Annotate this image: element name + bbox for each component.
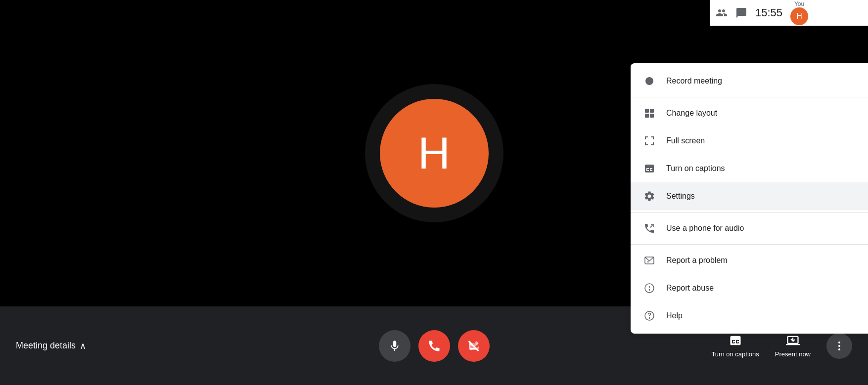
report-problem-label: Report a problem (666, 256, 728, 265)
record-icon (642, 74, 656, 88)
report-abuse-icon (642, 281, 656, 295)
bottom-center-controls (379, 330, 490, 362)
menu-item-full-screen[interactable]: Full screen (631, 127, 868, 155)
avatar-container: H (365, 84, 503, 222)
menu-item-turn-on-captions[interactable]: Turn on captions (631, 155, 868, 182)
full-screen-label: Full screen (666, 136, 705, 145)
report-problem-icon (642, 254, 656, 267)
user-you-container: You H (790, 0, 808, 25)
menu-item-help[interactable]: Help (631, 302, 868, 330)
divider-3 (631, 244, 868, 245)
dropdown-menu: Record meeting Change layout Full screen (631, 63, 868, 334)
present-icon (786, 334, 800, 347)
svg-rect-4 (650, 114, 654, 118)
divider-2 (631, 212, 868, 213)
menu-item-report-problem[interactable]: Report a problem (631, 247, 868, 274)
chevron-up-icon: ∧ (80, 341, 86, 351)
end-call-button[interactable] (418, 330, 450, 362)
menu-item-change-layout[interactable]: Change layout (631, 99, 868, 127)
mic-button[interactable] (379, 330, 411, 362)
phone-audio-icon (642, 221, 656, 235)
svg-rect-3 (645, 114, 649, 118)
help-icon (642, 309, 656, 323)
present-now-label: Present now (775, 350, 811, 358)
svg-rect-1 (645, 109, 649, 113)
camera-off-button[interactable] (458, 330, 490, 362)
settings-icon (642, 189, 656, 203)
divider-1 (631, 97, 868, 97)
layout-icon (642, 106, 656, 120)
bottom-right-controls: Turn on captions Present now (711, 333, 852, 359)
fullscreen-icon (642, 134, 656, 148)
settings-label: Settings (666, 192, 695, 201)
svg-rect-2 (650, 109, 654, 113)
captions-icon (642, 162, 656, 175)
menu-item-phone-audio[interactable]: Use a phone for audio (631, 214, 868, 242)
svg-point-9 (649, 290, 649, 290)
svg-point-0 (645, 77, 653, 85)
top-bar: 15:55 You H (710, 0, 868, 26)
record-meeting-label: Record meeting (666, 77, 722, 86)
more-options-button[interactable] (826, 333, 852, 359)
menu-item-report-abuse[interactable]: Report abuse (631, 274, 868, 302)
svg-point-15 (838, 348, 840, 350)
change-layout-label: Change layout (666, 109, 717, 118)
chat-icon (735, 7, 747, 19)
captions-bottom-label: Turn on captions (711, 350, 759, 358)
svg-point-14 (838, 345, 840, 347)
report-abuse-label: Report abuse (666, 284, 714, 293)
phone-audio-label: Use a phone for audio (666, 224, 744, 233)
meeting-time: 15:55 (755, 6, 782, 19)
turn-on-captions-label: Turn on captions (666, 164, 725, 173)
meeting-details-label: Meeting details (16, 341, 76, 351)
svg-point-11 (649, 318, 649, 318)
menu-item-settings[interactable]: Settings (631, 182, 868, 210)
you-label: You (794, 0, 804, 7)
bottom-left: Meeting details ∧ (16, 341, 86, 351)
menu-item-record-meeting[interactable]: Record meeting (631, 67, 868, 95)
people-icon (716, 7, 728, 19)
help-label: Help (666, 311, 683, 320)
present-now-button[interactable]: Present now (775, 334, 811, 358)
avatar: H (380, 99, 489, 208)
captions-bottom-icon (729, 334, 742, 347)
svg-point-13 (838, 342, 840, 343)
user-avatar-small: H (790, 7, 808, 25)
turn-on-captions-button[interactable]: Turn on captions (711, 334, 759, 358)
